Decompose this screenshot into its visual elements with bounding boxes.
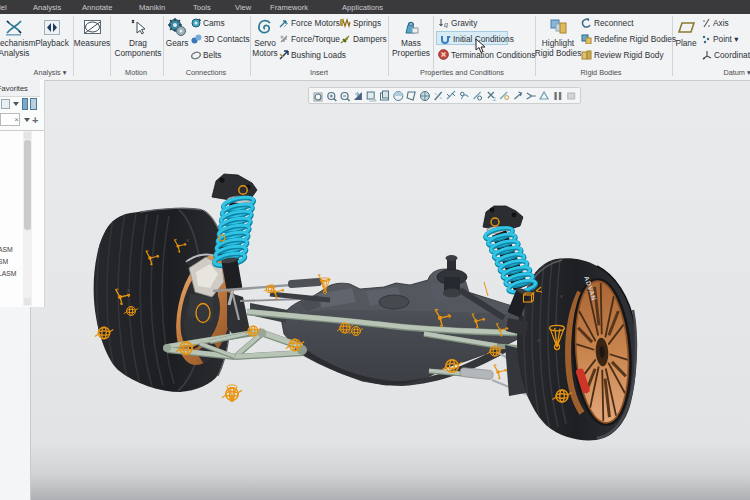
- svg-text:2: 2: [493, 96, 496, 102]
- svg-text:x: x: [537, 337, 540, 343]
- svg-text:x: x: [560, 293, 563, 299]
- svg-text:x: x: [127, 287, 130, 293]
- svg-text:x: x: [186, 237, 189, 243]
- svg-text:g: g: [444, 20, 448, 28]
